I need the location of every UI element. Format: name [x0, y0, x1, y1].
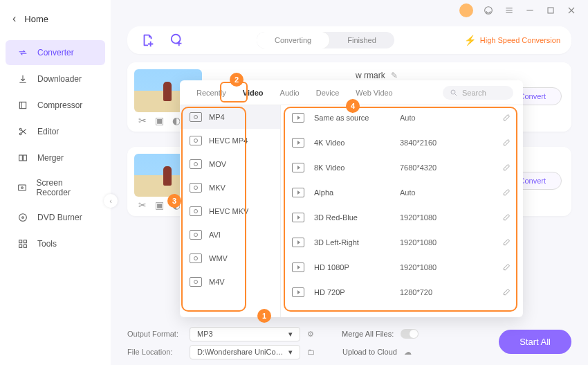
tab-recently[interactable]: Recently	[190, 83, 233, 103]
svg-rect-2	[19, 102, 26, 108]
conversion-tabs: Converting Finished	[257, 32, 394, 48]
home-link[interactable]: ‹ Home	[0, 6, 111, 32]
support-icon[interactable]	[483, 5, 494, 16]
svg-rect-5	[19, 155, 23, 161]
preset-item[interactable]: HD 1080P1920*1080	[281, 255, 523, 280]
svg-rect-6	[24, 155, 27, 161]
bolt-icon: ⚡	[464, 35, 476, 46]
edit-preset-icon[interactable]	[502, 112, 512, 123]
cloud-icon[interactable]: ☁	[404, 348, 412, 357]
start-all-button[interactable]: Start All	[499, 330, 571, 354]
format-hevc-mkv[interactable]: HEVC MKV	[180, 199, 280, 223]
home-label: Home	[24, 14, 48, 24]
minimize-icon[interactable]	[524, 5, 535, 16]
converter-icon	[17, 46, 29, 59]
step-badge-2: 2	[230, 73, 244, 87]
format-list: MP4 HEVC MP4 MOV MKV HEVC MKV AVI WMV M4…	[180, 105, 281, 317]
footer: Output Format: MP3▾ ⚙ Merge All Files: F…	[127, 325, 571, 361]
preset-item[interactable]: Same as sourceAuto	[281, 105, 523, 130]
tab-audio[interactable]: Audio	[273, 83, 306, 103]
preset-item[interactable]: HD 720P1280*720	[281, 280, 523, 305]
preset-item[interactable]: 4K Video3840*2160	[281, 130, 523, 155]
add-url-button[interactable]	[167, 30, 187, 50]
tab-web-video[interactable]: Web Video	[349, 83, 399, 103]
sidebar-item-downloader[interactable]: Downloader	[6, 66, 105, 91]
svg-point-16	[451, 90, 455, 94]
preset-item[interactable]: 3D Left-Right1920*1080	[281, 230, 523, 255]
user-avatar[interactable]	[459, 3, 473, 17]
svg-rect-7	[19, 185, 26, 190]
tab-finished[interactable]: Finished	[329, 32, 394, 48]
sidebar-item-screen-recorder[interactable]: Screen Recorder	[6, 172, 105, 204]
sidebar-item-merger[interactable]: Merger	[6, 145, 105, 170]
format-mkv[interactable]: MKV	[180, 176, 280, 199]
format-mp4[interactable]: MP4	[180, 105, 280, 129]
sidebar-item-dvd-burner[interactable]: DVD Burner	[6, 205, 105, 230]
merge-toggle[interactable]	[401, 329, 419, 339]
format-hevc-mp4[interactable]: HEVC MP4	[180, 129, 280, 152]
crop-icon[interactable]: ▣	[154, 199, 165, 211]
edit-preset-icon[interactable]	[502, 187, 512, 198]
title-bar	[448, 0, 588, 21]
edit-preset-icon[interactable]	[502, 137, 512, 148]
disc-icon	[17, 211, 29, 224]
format-avi[interactable]: AVI	[180, 223, 280, 247]
format-popup: Recently Video Audio Device Web Video Se…	[180, 80, 523, 317]
file-location-select[interactable]: D:\Wondershare UniConverter 1▾	[190, 345, 300, 359]
file-location-label: File Location:	[127, 348, 183, 356]
search-input[interactable]: Search	[443, 86, 513, 100]
video-icon	[292, 138, 304, 148]
step-badge-1: 1	[257, 309, 271, 323]
scissors-icon	[17, 125, 29, 138]
sidebar-item-compressor[interactable]: Compressor	[6, 93, 105, 118]
format-mov[interactable]: MOV	[180, 152, 280, 176]
gear-icon[interactable]: ⚙	[307, 330, 314, 339]
add-file-button[interactable]	[138, 30, 158, 50]
cut-icon[interactable]: ✂	[137, 115, 148, 126]
crop-icon[interactable]: ▣	[154, 115, 165, 126]
format-icon	[190, 159, 202, 169]
sidebar-item-editor[interactable]: Editor	[6, 119, 105, 144]
sidebar: ‹ Home Converter Downloader Compressor E…	[0, 0, 111, 365]
step-badge-4: 4	[346, 99, 360, 113]
format-m4v[interactable]: M4V	[180, 270, 280, 294]
preset-item[interactable]: 3D Red-Blue1920*1080	[281, 205, 523, 230]
video-icon	[292, 238, 304, 247]
format-wmv[interactable]: WMV	[180, 247, 280, 270]
preset-item[interactable]: AlphaAuto	[281, 180, 523, 205]
svg-rect-12	[24, 240, 26, 243]
folder-icon[interactable]: 🗀	[307, 348, 315, 356]
menu-icon[interactable]	[504, 5, 515, 16]
cut-icon[interactable]: ✂	[137, 199, 148, 211]
merge-label: Merge All Files:	[342, 330, 394, 338]
format-icon	[190, 136, 202, 145]
video-title: w rmark✎	[356, 71, 398, 80]
video-icon	[292, 113, 304, 123]
video-icon	[292, 262, 304, 272]
preset-item[interactable]: 8K Video7680*4320	[281, 155, 523, 180]
svg-rect-1	[548, 8, 553, 13]
step-badge-3: 3	[167, 194, 181, 208]
upload-cloud-label: Upload to Cloud	[342, 348, 397, 356]
format-icon	[190, 253, 202, 263]
format-icon	[190, 112, 202, 122]
close-icon[interactable]	[566, 5, 577, 16]
edit-preset-icon[interactable]	[502, 237, 512, 248]
edit-preset-icon[interactable]	[502, 287, 512, 298]
maximize-icon[interactable]	[545, 5, 556, 16]
edit-name-icon[interactable]: ✎	[391, 71, 398, 80]
output-format-select[interactable]: MP3▾	[190, 327, 300, 341]
edit-preset-icon[interactable]	[502, 162, 512, 173]
sidebar-item-converter[interactable]: Converter	[6, 40, 105, 65]
sidebar-item-tools[interactable]: Tools	[6, 231, 105, 256]
tab-device[interactable]: Device	[309, 83, 347, 103]
edit-preset-icon[interactable]	[502, 262, 512, 273]
download-icon	[17, 73, 29, 85]
edit-preset-icon[interactable]	[502, 212, 512, 223]
high-speed-toggle[interactable]: ⚡High Speed Conversion	[464, 35, 560, 46]
chevron-down-icon: ▾	[288, 330, 293, 339]
tab-video[interactable]: Video	[236, 83, 270, 103]
format-icon	[190, 206, 202, 216]
tab-converting[interactable]: Converting	[257, 32, 329, 48]
svg-rect-14	[24, 244, 26, 247]
